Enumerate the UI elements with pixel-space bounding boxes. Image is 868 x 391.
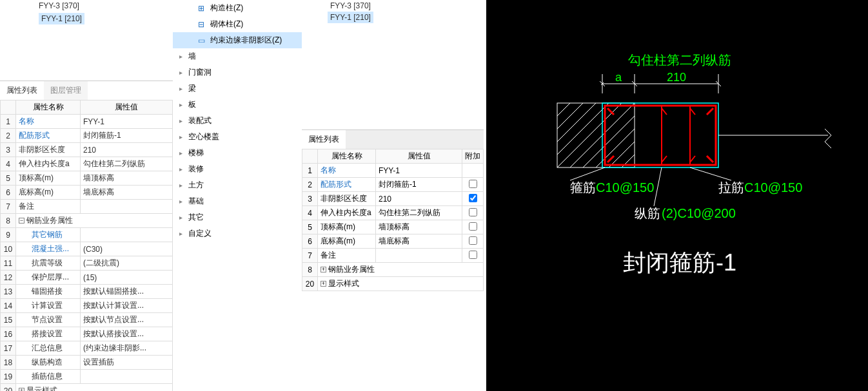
category-label: 楼梯 [188,148,204,158]
tab-properties[interactable]: 属性列表 [0,81,44,100]
prop-value[interactable]: (二级抗震) [81,256,173,271]
tab-layers[interactable]: 图层管理 [44,81,88,100]
prop-row[interactable]: 3 非阴影区长度 210 [302,192,484,206]
category-item[interactable]: ▸装修 [173,161,302,177]
prop-row[interactable]: 20 +显示样式 [1,384,173,392]
prop-value[interactable] [376,249,462,263]
prop-value[interactable]: 封闭箍筋-1 [376,178,462,192]
prop-row[interactable]: 14 计算设置 按默认计算设置... [1,299,173,313]
rect-icon: ▭ [196,35,206,46]
prop-row[interactable]: 12 保护层厚... (15) [1,271,173,285]
tab-properties-b[interactable]: 属性列表 [302,130,346,149]
category-item[interactable]: ▸楼梯 [173,145,302,161]
category-item[interactable]: ▸基础 [173,193,302,209]
chevron-right-icon: ▸ [179,149,182,157]
prop-value[interactable]: (C30) [81,242,173,256]
category-item[interactable]: ▭约束边缘非阴影区(Z) [173,32,302,48]
category-item[interactable]: ▸板 [173,97,302,113]
extra-checkbox[interactable] [469,180,477,188]
row-num: 5 [302,220,318,234]
prop-row[interactable]: 2 配筋形式 封闭箍筋-1 [302,178,484,192]
tree-item-fyy1[interactable]: FYY-1 [210] [0,12,173,26]
prop-value[interactable]: (15) [81,271,173,285]
tree-item-fyy3-b[interactable]: FYY-3 [370] [302,0,484,12]
prop-value[interactable]: 墙底标高 [81,186,173,200]
prop-row[interactable]: 4 伸入柱内长度a 勾住柱第二列纵筋 [302,206,484,220]
prop-row[interactable]: 19 插筋信息 [1,370,173,384]
prop-name: 锚固搭接 [16,285,81,299]
prop-row[interactable]: 13 锚固搭接 按默认锚固搭接... [1,285,173,299]
prop-value[interactable] [81,228,173,242]
category-item[interactable]: ▸装配式 [173,113,302,129]
prop-row[interactable]: 6 底标高(m) 墙底标高 [302,234,484,249]
prop-row[interactable]: 20 +显示样式 [302,277,484,291]
prop-row[interactable]: 8 +钢筋业务属性 [302,263,484,277]
prop-value[interactable]: 设置插筋 [81,356,173,370]
extra-checkbox[interactable] [469,236,477,245]
category-label: 其它 [188,212,204,223]
label-zongjin-val: (2)C10@200 [662,206,736,220]
prop-name: 配筋形式 [16,129,81,143]
prop-row[interactable]: 7 备注 [302,249,484,263]
prop-row[interactable]: 10 混凝土强... (C30) [1,242,173,256]
prop-name: 搭接设置 [16,327,81,341]
category-item[interactable]: ▸空心楼盖 [173,129,302,145]
prop-value[interactable]: 勾住柱第二列纵筋 [376,206,462,220]
prop-value[interactable]: 210 [81,143,173,157]
category-item[interactable]: ▸墙 [173,48,302,64]
prop-value[interactable]: FYY-1 [376,164,462,178]
category-item[interactable]: ⊞构造柱(Z) [173,0,302,16]
chevron-right-icon: ▸ [179,198,182,205]
category-item[interactable]: ⊟砌体柱(Z) [173,16,302,32]
prop-value[interactable]: 墙顶标高 [81,171,173,186]
tree-item-fyy3[interactable]: FYY-3 [370] [0,0,173,12]
prop-row[interactable]: 5 顶标高(m) 墙顶标高 [1,171,173,186]
prop-value[interactable]: FYY-1 [81,115,173,129]
extra-checkbox[interactable] [469,222,477,231]
prop-value[interactable]: 210 [376,192,462,206]
extra-checkbox[interactable] [469,208,477,216]
prop-value[interactable]: 墙顶标高 [376,220,462,234]
prop-value[interactable]: 按默认锚固搭接... [81,285,173,299]
prop-value[interactable]: 按默认搭接设置... [81,327,173,341]
prop-row[interactable]: 18 纵筋构造 设置插筋 [1,356,173,370]
svg-line-24 [690,167,731,180]
tree-item-fyy1-b[interactable]: FYY-1 [210] [302,12,484,23]
prop-row[interactable]: 2 配筋形式 封闭箍筋-1 [1,129,173,143]
prop-row[interactable]: 11 抗震等级 (二级抗震) [1,256,173,271]
prop-name: 底标高(m) [16,186,81,200]
panel-left: FYY-3 [370] FYY-1 [210] 属性列表 图层管理 属性名称 属… [0,0,173,391]
prop-value[interactable] [81,200,173,214]
category-item[interactable]: ▸门窗洞 [173,64,302,81]
prop-value[interactable]: 封闭箍筋-1 [81,129,173,143]
prop-row[interactable]: 1 名称 FYY-1 [1,115,173,129]
prop-row[interactable]: 15 节点设置 按默认节点设置... [1,313,173,327]
prop-row[interactable]: 1 名称 FYY-1 [302,164,484,178]
row-num: 9 [1,228,16,242]
category-item[interactable]: ▸其它 [173,209,302,225]
prop-value[interactable]: 勾住柱第二列纵筋 [81,157,173,171]
cad-viewport[interactable]: 勾住柱第二列纵筋 a 210 [486,0,868,391]
prop-value[interactable]: (约束边缘非阴影... [81,341,173,356]
extra-checkbox[interactable] [469,251,477,259]
category-item[interactable]: ▸自定义 [173,225,302,242]
prop-value[interactable]: 按默认计算设置... [81,299,173,313]
prop-row[interactable]: 17 汇总信息 (约束边缘非阴影... [1,341,173,356]
category-item[interactable]: ▸土方 [173,177,302,193]
prop-row[interactable]: 3 非阴影区长度 210 [1,143,173,157]
prop-row[interactable]: 9 其它钢筋 [1,228,173,242]
prop-value[interactable]: 墙底标高 [376,234,462,249]
prop-row[interactable]: 6 底标高(m) 墙底标高 [1,186,173,200]
extra-checkbox[interactable] [469,194,477,202]
prop-value[interactable] [81,370,173,384]
prop-row[interactable]: 4 伸入柱内长度a 勾住柱第二列纵筋 [1,157,173,171]
prop-row[interactable]: 5 顶标高(m) 墙顶标高 [302,220,484,234]
row-num: 7 [1,200,16,214]
prop-row[interactable]: 8 −钢筋业务属性 [1,214,173,228]
prop-row[interactable]: 16 搭接设置 按默认搭接设置... [1,327,173,341]
prop-row[interactable]: 7 备注 [1,200,173,214]
svg-rect-7 [557,103,635,167]
prop-value[interactable]: 按默认节点设置... [81,313,173,327]
category-item[interactable]: ▸梁 [173,81,302,97]
svg-line-9 [557,103,583,129]
